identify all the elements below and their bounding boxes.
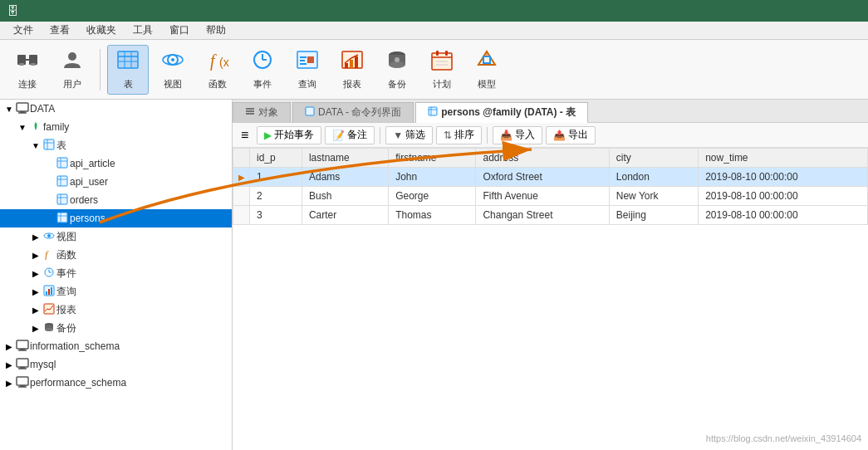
tree-arrow-info-schema[interactable]: ▶ bbox=[3, 342, 15, 351]
tree-icon-mysql bbox=[15, 357, 30, 373]
menu-item-工具[interactable]: 工具 bbox=[125, 22, 161, 39]
svg-rect-71 bbox=[51, 287, 52, 295]
svg-rect-53 bbox=[57, 176, 67, 186]
toolbar-tool-view[interactable]: 视图 bbox=[152, 45, 194, 95]
sidebar-item-family[interactable]: ▼family bbox=[0, 118, 232, 136]
table-row[interactable]: 2BushGeorgeFifth AvenueNew York2019-08-1… bbox=[233, 187, 868, 206]
cell-city-1[interactable]: New York bbox=[609, 187, 698, 206]
toolbar-tool-schedule[interactable]: 计划 bbox=[421, 45, 463, 95]
menu-item-帮助[interactable]: 帮助 bbox=[198, 22, 234, 39]
toolbar-tool-model[interactable]: 模型 bbox=[466, 45, 508, 95]
cell-now_time-2[interactable]: 2019-08-10 00:00:00 bbox=[699, 206, 868, 225]
svg-point-75 bbox=[45, 328, 53, 331]
row-indicator-1 bbox=[233, 187, 250, 206]
tree-arrow-data-root[interactable]: ▼ bbox=[3, 105, 15, 114]
svg-rect-89 bbox=[429, 107, 437, 115]
tree-arrow-func-group[interactable]: ▶ bbox=[30, 251, 42, 260]
toolbar-tool-event[interactable]: 事件 bbox=[242, 45, 283, 95]
export-btn[interactable]: 📤 导出 bbox=[546, 126, 596, 144]
toolbar-tool-backup[interactable]: 备份 bbox=[376, 45, 418, 95]
cell-now_time-0[interactable]: 2019-08-10 00:00:00 bbox=[699, 168, 868, 187]
menu-item-收藏夹[interactable]: 收藏夹 bbox=[78, 22, 125, 39]
menu-icon-btn[interactable]: ≡ bbox=[236, 126, 253, 144]
col-header-now_time[interactable]: now_time bbox=[699, 149, 868, 168]
toolbar-tool-table[interactable]: 表 bbox=[107, 45, 149, 95]
sidebar-item-mysql[interactable]: ▶mysql bbox=[0, 355, 232, 374]
menu-item-文件[interactable]: 文件 bbox=[5, 22, 42, 39]
col-header-city[interactable]: city bbox=[609, 149, 698, 168]
sidebar-item-perf-schema[interactable]: ▶performance_schema bbox=[0, 374, 232, 392]
tree-arrow-report-group[interactable]: ▶ bbox=[30, 306, 42, 315]
cell-firstname-0[interactable]: John bbox=[389, 168, 476, 187]
toolbar: 连接用户表视图f(x)函数事件查询报表备份计划模型 bbox=[0, 40, 868, 100]
menu-item-窗口[interactable]: 窗口 bbox=[161, 22, 198, 39]
sidebar-item-tables-group[interactable]: ▼表 bbox=[0, 136, 232, 154]
tree-label-func-group: 函数 bbox=[56, 248, 76, 262]
cell-address-0[interactable]: Oxford Street bbox=[476, 168, 609, 187]
tree-arrow-backup-group[interactable]: ▶ bbox=[30, 324, 42, 333]
toolbar-tool-query[interactable]: 查询 bbox=[287, 45, 328, 95]
menu-item-查看[interactable]: 查看 bbox=[42, 22, 78, 39]
svg-rect-47 bbox=[44, 139, 54, 149]
tree-label-info-schema: information_schema bbox=[30, 340, 120, 352]
sidebar-item-event-group[interactable]: ▶事件 bbox=[0, 264, 232, 282]
cell-lastname-1[interactable]: Bush bbox=[302, 187, 388, 206]
cell-lastname-2[interactable]: Carter bbox=[302, 206, 388, 225]
sidebar-item-api-user[interactable]: api_user bbox=[0, 173, 232, 191]
cell-city-0[interactable]: London bbox=[609, 168, 698, 187]
filter-btn[interactable]: ▼ 筛选 bbox=[385, 126, 433, 144]
cell-firstname-1[interactable]: George bbox=[389, 187, 476, 206]
tree-arrow-tables-group[interactable]: ▼ bbox=[30, 141, 42, 150]
sidebar-item-report-group[interactable]: ▶报表 bbox=[0, 301, 232, 319]
view-icon bbox=[161, 48, 184, 75]
cell-lastname-0[interactable]: Adams bbox=[302, 168, 388, 187]
col-header-lastname[interactable]: lastname bbox=[302, 149, 388, 168]
tree-arrow-query-group[interactable]: ▶ bbox=[30, 287, 42, 296]
table-row[interactable]: ▶1AdamsJohnOxford StreetLondon2019-08-10… bbox=[233, 168, 868, 187]
cell-address-1[interactable]: Fifth Avenue bbox=[476, 187, 609, 206]
sidebar-item-query-group[interactable]: ▶查询 bbox=[0, 282, 232, 301]
cell-id_p-1[interactable]: 2 bbox=[250, 187, 302, 206]
table-row[interactable]: 3CarterThomasChangan StreetBeijing2019-0… bbox=[233, 206, 868, 225]
toolbar-tool-connect[interactable]: 连接 bbox=[7, 45, 48, 95]
notes-btn[interactable]: 📝 备注 bbox=[325, 126, 375, 144]
sidebar-item-func-group[interactable]: ▶f函数 bbox=[0, 246, 232, 264]
sidebar-item-backup-group[interactable]: ▶备份 bbox=[0, 319, 232, 337]
cell-now_time-1[interactable]: 2019-08-10 00:00:00 bbox=[699, 187, 868, 206]
cell-city-2[interactable]: Beijing bbox=[609, 206, 698, 225]
tab-objects[interactable]: 对象 bbox=[233, 102, 291, 122]
sidebar-item-info-schema[interactable]: ▶information_schema bbox=[0, 337, 232, 355]
title-bar: 🗄 bbox=[0, 0, 868, 22]
tree-arrow-event-group[interactable]: ▶ bbox=[30, 269, 42, 278]
toolbar-tool-report[interactable]: 报表 bbox=[331, 45, 373, 95]
cell-address-2[interactable]: Changan Street bbox=[476, 206, 609, 225]
report-icon bbox=[341, 48, 364, 75]
svg-point-33 bbox=[389, 61, 405, 68]
sidebar-item-api-article[interactable]: api_article bbox=[0, 154, 232, 173]
query-icon bbox=[296, 48, 319, 75]
tree-arrow-mysql[interactable]: ▶ bbox=[3, 360, 15, 369]
sidebar-item-orders[interactable]: orders bbox=[0, 191, 232, 209]
start-transaction-btn[interactable]: ▶ 开始事务 bbox=[257, 126, 321, 144]
tree-arrow-perf-schema[interactable]: ▶ bbox=[3, 379, 15, 388]
toolbar-tool-user[interactable]: 用户 bbox=[51, 45, 93, 95]
col-header-address[interactable]: address bbox=[476, 149, 609, 168]
schedule-label: 计划 bbox=[433, 78, 451, 90]
tab-data-cmd[interactable]: DATA - 命令列界面 bbox=[292, 102, 414, 122]
sort-btn[interactable]: ⇅ 排序 bbox=[436, 126, 482, 144]
import-btn[interactable]: 📥 导入 bbox=[493, 126, 542, 144]
tab-persons-table[interactable]: persons @family (DATA) - 表 bbox=[415, 102, 588, 123]
sidebar-item-views-group[interactable]: ▶视图 bbox=[0, 227, 232, 246]
tree-arrow-views-group[interactable]: ▶ bbox=[30, 232, 42, 242]
sidebar-item-data-root[interactable]: ▼DATA bbox=[0, 100, 232, 118]
cell-firstname-2[interactable]: Thomas bbox=[389, 206, 476, 225]
tree-icon-event-group bbox=[42, 267, 56, 281]
toolbar-tool-func[interactable]: f(x)函数 bbox=[197, 45, 238, 95]
cell-id_p-0[interactable]: 1 bbox=[250, 168, 302, 187]
col-header-firstname[interactable]: firstname bbox=[389, 149, 476, 168]
tree-label-api-user: api_user bbox=[70, 176, 108, 188]
sidebar-item-persons[interactable]: persons bbox=[0, 209, 232, 227]
col-header-id_p[interactable]: id_p bbox=[250, 149, 302, 168]
cell-id_p-2[interactable]: 3 bbox=[250, 206, 302, 225]
tree-arrow-family[interactable]: ▼ bbox=[17, 123, 28, 132]
